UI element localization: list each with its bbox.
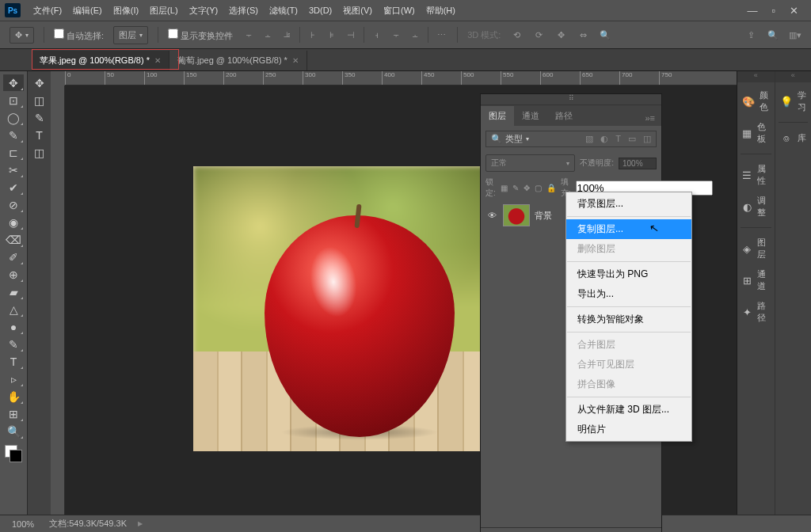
- tool-button[interactable]: ⊕: [3, 266, 24, 283]
- panel-strip-item[interactable]: ◈图层: [741, 233, 771, 264]
- menu-edit[interactable]: 编辑(E): [68, 2, 107, 19]
- lock-pixels-icon[interactable]: ✎: [512, 184, 519, 192]
- align-bottom-icon[interactable]: ⫡: [280, 28, 293, 41]
- tool-button[interactable]: ⊘: [3, 196, 24, 213]
- panel-strip-item[interactable]: 💡学习: [779, 86, 809, 117]
- close-tab-icon[interactable]: ✕: [292, 56, 299, 65]
- tool-button[interactable]: △: [3, 301, 24, 317]
- panel-strip-item[interactable]: ▦色板: [741, 117, 771, 149]
- filter-shape-icon[interactable]: ▭: [628, 134, 636, 144]
- lock-artboard-icon[interactable]: ▢: [535, 184, 542, 192]
- filter-adjust-icon[interactable]: ◐: [600, 134, 608, 144]
- color-swatches[interactable]: [3, 443, 24, 464]
- tool-button[interactable]: ⊡: [3, 92, 24, 108]
- zoom-level[interactable]: 100%: [8, 518, 38, 530]
- panel-strip-item[interactable]: ⊞通道: [741, 264, 771, 296]
- close-tab-icon[interactable]: ✕: [154, 56, 161, 65]
- window-maximize[interactable]: ▫: [771, 5, 775, 17]
- panel-strip-item[interactable]: ⌾库: [779, 127, 809, 148]
- 3d-zoom-icon[interactable]: 🔍: [599, 28, 611, 41]
- tool-button[interactable]: ✋: [3, 388, 24, 405]
- menu-type[interactable]: 文字(Y): [185, 2, 223, 19]
- lock-position-icon[interactable]: ✥: [524, 184, 530, 192]
- 3d-slide-icon[interactable]: ⇔: [577, 28, 589, 41]
- align-left-icon[interactable]: ⊦: [307, 28, 319, 41]
- context-menu-item[interactable]: 转换为智能对象: [566, 310, 691, 329]
- tool-button[interactable]: ✎: [29, 109, 50, 126]
- tool-button[interactable]: T: [3, 353, 24, 370]
- tool-button[interactable]: ▰: [3, 283, 24, 300]
- tab-paths[interactable]: 路径: [547, 106, 581, 126]
- 3d-pan-icon[interactable]: ✥: [554, 28, 567, 41]
- visibility-toggle-icon[interactable]: 👁: [485, 211, 498, 220]
- tool-button[interactable]: ✐: [3, 249, 24, 265]
- tool-button[interactable]: 🔍: [3, 423, 24, 439]
- chevron-right-icon[interactable]: ▶: [138, 520, 143, 527]
- tool-button[interactable]: ▹: [3, 370, 24, 387]
- align-hcenter-icon[interactable]: ⊧: [326, 28, 338, 41]
- document-tab[interactable]: 葡萄.jpeg @ 100%(RGB/8) *✕: [169, 51, 307, 70]
- ruler-horizontal[interactable]: 0501001502002503003504004505005506006507…: [65, 71, 811, 86]
- menu-layer[interactable]: 图层(L): [145, 2, 182, 19]
- lock-icon[interactable]: 🔒: [546, 184, 556, 192]
- panel-strip-item[interactable]: 🎨颜色: [741, 86, 771, 117]
- layer-filter[interactable]: 🔍类型▾ ▧ ◐ T ▭ ◫: [485, 131, 657, 147]
- tool-button[interactable]: T: [29, 127, 50, 143]
- opacity-input[interactable]: [619, 158, 657, 169]
- workspace-icon[interactable]: ▥▾: [789, 28, 801, 41]
- panel-strip-item[interactable]: ◐调整: [741, 191, 771, 222]
- layer-thumbnail[interactable]: [503, 204, 530, 226]
- tool-button[interactable]: ◫: [29, 92, 50, 108]
- tool-button[interactable]: ✂: [3, 162, 24, 178]
- tool-button[interactable]: ⌫: [3, 231, 24, 248]
- tool-button[interactable]: ✥: [29, 74, 50, 91]
- context-menu-item[interactable]: 复制图层...: [566, 219, 691, 239]
- panel-collapse-grip[interactable]: ⠿: [481, 94, 661, 105]
- canvas-area[interactable]: 0501001502002503003504004505005506006507…: [51, 71, 811, 515]
- distribute-icon[interactable]: ⫞: [371, 28, 383, 41]
- auto-select-checkbox[interactable]: 自动选择:: [54, 28, 104, 42]
- menu-view[interactable]: 视图(V): [338, 2, 377, 19]
- tool-button[interactable]: ⊞: [3, 405, 24, 422]
- lock-all-icon[interactable]: ▦: [501, 184, 508, 192]
- tool-button[interactable]: ⊏: [3, 144, 24, 161]
- tool-button[interactable]: ✎: [3, 336, 24, 352]
- 3d-orbit-icon[interactable]: ⟲: [510, 28, 523, 41]
- tool-button[interactable]: ◯: [3, 109, 24, 126]
- current-tool-icon[interactable]: ✥▾: [10, 27, 34, 44]
- context-menu-item[interactable]: 从文件新建 3D 图层...: [566, 400, 691, 420]
- ruler-origin[interactable]: [51, 71, 65, 86]
- distribute-icon[interactable]: ⫠: [409, 28, 421, 41]
- panel-menu-icon[interactable]: »≡: [638, 110, 661, 126]
- window-minimize[interactable]: —: [747, 5, 757, 17]
- tab-layers[interactable]: 图层: [481, 106, 514, 126]
- 3d-roll-icon[interactable]: ⟳: [532, 28, 545, 41]
- search-icon[interactable]: 🔍: [767, 28, 779, 41]
- distribute-icon[interactable]: ⫟: [390, 28, 402, 41]
- panel-strip-item[interactable]: ✦路径: [741, 296, 771, 328]
- tool-button[interactable]: ✎: [3, 127, 24, 143]
- menu-3d[interactable]: 3D(D): [304, 3, 337, 17]
- document-tab[interactable]: 苹果.jpeg @ 100%(RGB/8) *✕: [32, 51, 169, 70]
- show-transform-checkbox[interactable]: 显示变换控件: [168, 28, 233, 42]
- menu-image[interactable]: 图像(I): [109, 2, 143, 19]
- tool-button[interactable]: ✔: [3, 179, 24, 196]
- tool-button[interactable]: ◉: [3, 214, 24, 230]
- tab-channels[interactable]: 通道: [514, 106, 547, 126]
- filter-pixel-icon[interactable]: ▧: [585, 134, 593, 144]
- tool-button[interactable]: ✥: [3, 74, 24, 91]
- menu-window[interactable]: 窗口(W): [379, 2, 420, 19]
- menu-help[interactable]: 帮助(H): [421, 2, 460, 19]
- menu-filter[interactable]: 滤镜(T): [265, 2, 303, 19]
- context-menu-item[interactable]: 明信片: [566, 420, 691, 439]
- tool-button[interactable]: ◫: [29, 144, 50, 161]
- blend-mode-select[interactable]: 正常▾: [485, 154, 575, 172]
- context-menu-item[interactable]: 快速导出为 PNG: [566, 264, 691, 284]
- more-icon[interactable]: ⋯: [435, 28, 447, 41]
- align-top-icon[interactable]: ⫟: [242, 28, 255, 41]
- ruler-vertical[interactable]: [51, 86, 65, 515]
- window-close[interactable]: ✕: [790, 5, 798, 17]
- panel-strip-item[interactable]: ☰属性: [741, 159, 771, 191]
- context-menu-item[interactable]: 背景图层...: [566, 194, 691, 214]
- align-vcenter-icon[interactable]: ⫠: [261, 28, 274, 41]
